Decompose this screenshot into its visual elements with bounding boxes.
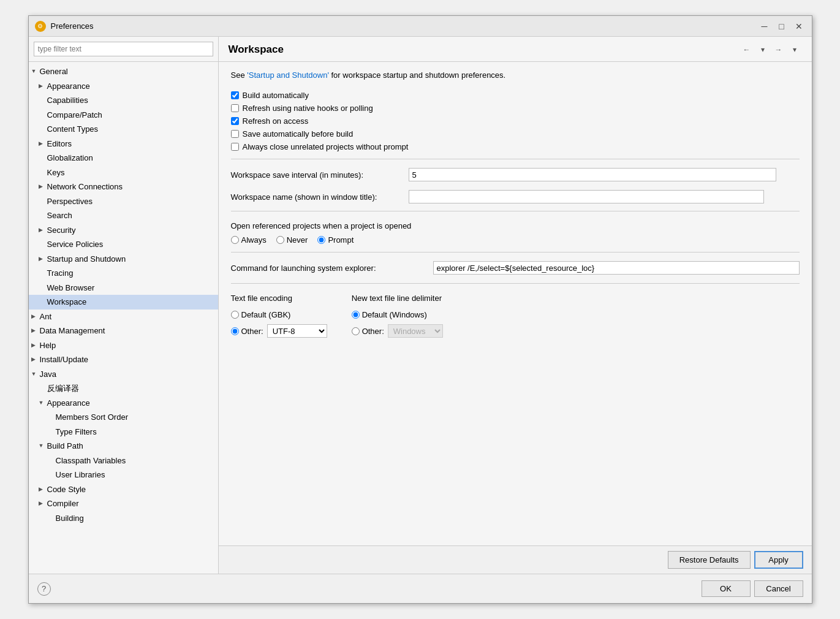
delimiter-other-row: Other: Windows Unix Mac xyxy=(352,324,443,338)
arrow-appearance: ▶ xyxy=(39,82,47,91)
tree-label-startup-shutdown: Startup and Shutdown xyxy=(47,253,126,265)
delimiter-other-radio[interactable] xyxy=(352,327,360,335)
tree-item-network-connections[interactable]: ▶ Network Connections xyxy=(29,180,218,194)
encoding-other-label[interactable]: Other: xyxy=(231,327,263,336)
refresh-native-checkbox[interactable] xyxy=(231,104,239,112)
tree-item-web-browser[interactable]: Web Browser xyxy=(29,281,218,295)
tree-label-type-filters: Type Filters xyxy=(56,426,97,438)
refresh-native-label[interactable]: Refresh using native hooks or polling xyxy=(243,104,373,113)
tree-item-fanbianyi[interactable]: 反编译器 xyxy=(29,381,218,396)
tree-item-tracing[interactable]: Tracing xyxy=(29,266,218,281)
tree-label-general: General xyxy=(40,66,68,78)
close-unrelated-checkbox[interactable] xyxy=(231,143,239,151)
nav-back-dropdown[interactable]: ▾ xyxy=(755,43,770,56)
encoding-other-radio[interactable] xyxy=(231,327,239,335)
tree-item-ant[interactable]: ▶ Ant xyxy=(29,310,218,324)
tree-item-java-appearance[interactable]: ▼ Appearance xyxy=(29,396,218,411)
apply-button[interactable]: Apply xyxy=(754,551,803,569)
app-icon: ⚙ xyxy=(35,21,46,32)
tree-item-install-update[interactable]: ▶ Install/Update xyxy=(29,352,218,367)
open-projects-label: Open referenced projects when a project … xyxy=(231,221,800,230)
cancel-button[interactable]: Cancel xyxy=(754,580,803,597)
save-interval-row: Workspace save interval (in minutes): xyxy=(231,168,800,181)
open-projects-prompt-label[interactable]: Prompt xyxy=(317,235,354,245)
tree-item-capabilities[interactable]: Capabilities xyxy=(29,93,218,108)
refresh-access-label[interactable]: Refresh on access xyxy=(243,116,309,126)
workspace-name-row: Workspace name (shown in window title): xyxy=(231,190,800,203)
tree-item-help[interactable]: ▶ Help xyxy=(29,338,218,353)
tree-label-data-management: Data Management xyxy=(40,325,105,337)
maximize-button[interactable]: □ xyxy=(775,20,789,32)
nav-forward-dropdown[interactable]: ▾ xyxy=(787,43,802,56)
tree-label-compare-patch: Compare/Patch xyxy=(47,109,102,121)
save-auto-checkbox[interactable] xyxy=(231,130,239,138)
tree-label-build-path: Build Path xyxy=(47,440,83,452)
tree-item-content-types[interactable]: Content Types xyxy=(29,122,218,137)
tree-item-keys[interactable]: Keys xyxy=(29,165,218,180)
tree-label-building: Building xyxy=(56,512,84,525)
open-projects-never-radio[interactable] xyxy=(276,236,284,244)
delimiter-title: New text file line delimiter xyxy=(352,294,443,303)
close-unrelated-label[interactable]: Always close unrelated projects without … xyxy=(243,142,409,151)
explorer-input[interactable] xyxy=(433,261,800,275)
delimiter-other-label[interactable]: Other: xyxy=(352,327,384,336)
panel-nav: ← ▾ → ▾ xyxy=(740,43,802,56)
search-bar xyxy=(29,37,218,62)
open-projects-never-label[interactable]: Never xyxy=(276,235,308,245)
tree-item-security[interactable]: ▶ Security xyxy=(29,223,218,238)
tree-item-data-management[interactable]: ▶ Data Management xyxy=(29,324,218,338)
open-projects-always-radio[interactable] xyxy=(231,236,239,244)
restore-defaults-button[interactable]: Restore Defaults xyxy=(668,551,751,569)
minimize-button[interactable]: ─ xyxy=(758,20,771,32)
close-button[interactable]: ✕ xyxy=(792,20,806,32)
tree-item-appearance[interactable]: ▶ Appearance xyxy=(29,79,218,94)
encoding-default-radio[interactable] xyxy=(231,311,239,319)
delimiter-default-row: Default (Windows) xyxy=(352,310,443,319)
encoding-default-label[interactable]: Default (GBK) xyxy=(231,310,291,319)
workspace-name-input[interactable] xyxy=(409,190,764,203)
save-auto-label[interactable]: Save automatically before build xyxy=(243,129,354,139)
tree-item-building[interactable]: Building xyxy=(29,511,218,526)
hint-line: See 'Startup and Shutdown' for workspace… xyxy=(231,70,800,80)
save-interval-input[interactable] xyxy=(409,168,776,181)
tree-label-ant: Ant xyxy=(40,311,52,323)
help-icon[interactable]: ? xyxy=(37,582,51,596)
tree-item-classpath-vars[interactable]: Classpath Variables xyxy=(29,454,218,468)
nav-forward-button[interactable]: → xyxy=(771,43,786,56)
open-projects-prompt-radio[interactable] xyxy=(317,236,325,244)
tree-item-general[interactable]: ▼ General xyxy=(29,64,218,79)
search-input[interactable] xyxy=(34,42,213,56)
tree-item-type-filters[interactable]: Type Filters xyxy=(29,425,218,439)
delimiter-default-label[interactable]: Default (Windows) xyxy=(352,310,427,319)
tree-item-globalization[interactable]: Globalization xyxy=(29,151,218,165)
encoding-select[interactable]: UTF-8 UTF-16 ISO-8859-1 US-ASCII xyxy=(267,324,327,338)
tree-item-perspectives[interactable]: Perspectives xyxy=(29,194,218,209)
tree-label-workspace: Workspace xyxy=(47,296,87,308)
delimiter-default-radio[interactable] xyxy=(352,311,360,319)
tree-item-startup-shutdown[interactable]: ▶ Startup and Shutdown xyxy=(29,252,218,267)
tree-item-editors[interactable]: ▶ Editors xyxy=(29,137,218,151)
tree-item-service-policies[interactable]: Service Policies xyxy=(29,237,218,252)
refresh-access-checkbox[interactable] xyxy=(231,117,239,125)
build-auto-label[interactable]: Build automatically xyxy=(243,91,309,100)
open-projects-always-label[interactable]: Always xyxy=(231,235,267,245)
tree-item-user-libraries[interactable]: User Libraries xyxy=(29,468,218,482)
build-auto-checkbox[interactable] xyxy=(231,91,239,99)
tree-label-editors: Editors xyxy=(47,138,72,150)
tree-item-java[interactable]: ▼ Java xyxy=(29,367,218,382)
tree-item-workspace[interactable]: Workspace xyxy=(29,295,218,310)
startup-shutdown-link[interactable]: 'Startup and Shutdown' xyxy=(247,70,329,80)
arrow-data-management: ▶ xyxy=(31,327,40,335)
tree-item-code-style[interactable]: ▶ Code Style xyxy=(29,482,218,497)
arrow-compiler: ▶ xyxy=(39,499,47,508)
nav-back-button[interactable]: ← xyxy=(740,43,754,56)
tree-item-build-path[interactable]: ▼ Build Path xyxy=(29,439,218,454)
delimiter-group: New text file line delimiter Default (Wi… xyxy=(352,294,443,338)
ok-button[interactable]: OK xyxy=(702,580,751,597)
tree-label-keys: Keys xyxy=(47,167,65,179)
delimiter-select[interactable]: Windows Unix Mac xyxy=(388,324,443,338)
tree-item-compiler[interactable]: ▶ Compiler xyxy=(29,496,218,511)
tree-item-search[interactable]: Search xyxy=(29,208,218,223)
tree-item-members-sort[interactable]: Members Sort Order xyxy=(29,410,218,425)
tree-item-compare-patch[interactable]: Compare/Patch xyxy=(29,108,218,123)
